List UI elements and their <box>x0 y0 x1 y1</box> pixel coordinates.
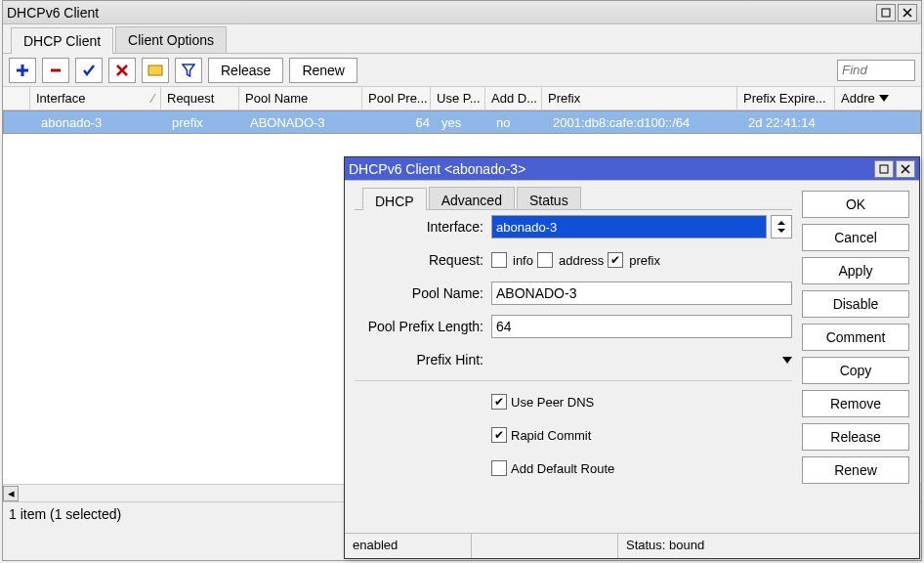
comment-button[interactable]: Comment <box>802 324 909 351</box>
rapid-commit-label: Rapid Commit <box>511 428 591 443</box>
minimize-button[interactable] <box>876 4 896 22</box>
remove-button[interactable]: Remove <box>802 390 909 417</box>
pool-name-label: Pool Name: <box>355 285 491 301</box>
detail-window: DHCPv6 Client <abonado-3> DHCP Advanced … <box>344 156 920 559</box>
rapid-commit-checkbox[interactable] <box>491 427 507 443</box>
detail-window-title: DHCPv6 Client <abonado-3> <box>349 161 872 177</box>
pool-name-input[interactable] <box>491 282 792 305</box>
prefix-hint-dropdown-icon[interactable] <box>782 357 792 364</box>
interface-label: Interface: <box>355 219 491 235</box>
cell: ABONADO-3 <box>244 113 367 132</box>
column-menu-icon[interactable] <box>879 95 889 102</box>
tab-dhcp[interactable]: DHCP <box>362 188 427 210</box>
column-header[interactable]: Pool Name <box>239 87 362 109</box>
info-checkbox[interactable] <box>491 252 507 268</box>
detail-statusbar: enabled Status: bound <box>345 533 919 558</box>
tab-status[interactable]: Status <box>517 187 581 209</box>
interface-dropdown-icon[interactable] <box>771 215 792 238</box>
cell: yes <box>436 113 490 132</box>
svg-rect-0 <box>882 9 890 17</box>
tab-advanced[interactable]: Advanced <box>429 187 515 209</box>
column-header[interactable]: Prefix <box>542 87 737 109</box>
cell: prefix <box>166 113 244 132</box>
find-input[interactable] <box>837 60 915 81</box>
sort-indicator-icon: ⁄ <box>152 91 154 106</box>
tab-dhcp-client[interactable]: DHCP Client <box>11 27 113 54</box>
prefix-hint-label: Prefix Hint: <box>355 352 491 368</box>
cancel-button[interactable]: Cancel <box>802 224 909 251</box>
column-header[interactable]: Addre <box>835 87 892 109</box>
table-row[interactable]: abonado-3prefixABONADO-364yesno2001:db8:… <box>3 110 921 134</box>
prefix-label: prefix <box>629 253 660 268</box>
release-button[interactable]: Release <box>208 58 283 83</box>
main-titlebar: DHCPv6 Client <box>3 1 921 24</box>
cell <box>840 120 897 124</box>
info-label: info <box>513 253 533 268</box>
detail-close-button[interactable] <box>896 160 915 178</box>
status-text: 1 item (1 selected) <box>9 506 121 522</box>
cell: no <box>490 113 547 132</box>
release-button[interactable]: Release <box>802 423 909 451</box>
copy-button[interactable]: Copy <box>802 357 909 384</box>
renew-button[interactable]: Renew <box>289 58 357 83</box>
remove-button[interactable] <box>42 58 69 83</box>
column-header[interactable]: Interface ⁄ <box>30 87 161 109</box>
add-button[interactable] <box>9 58 36 83</box>
close-button[interactable] <box>898 4 917 22</box>
prefix-checkbox[interactable] <box>608 252 623 268</box>
cell: 64 <box>367 113 436 132</box>
comment-button[interactable] <box>142 58 169 83</box>
cell: 2d 22:41:14 <box>742 113 840 132</box>
use-peer-dns-checkbox[interactable] <box>491 394 507 410</box>
enable-button[interactable] <box>75 58 103 83</box>
column-header[interactable]: Request <box>161 87 239 109</box>
detail-tabs: DHCP Advanced Status <box>355 181 792 210</box>
main-window-title: DHCPv6 Client <box>7 5 874 21</box>
toolbar: Release Renew <box>3 54 921 87</box>
address-label: address <box>559 253 604 268</box>
disable-button[interactable] <box>108 58 136 83</box>
filter-button[interactable] <box>175 58 202 83</box>
apply-button[interactable]: Apply <box>802 257 909 284</box>
add-default-route-label: Add Default Route <box>511 461 614 476</box>
status-mid <box>472 534 618 558</box>
grid-header: Interface ⁄RequestPool NamePool Pre...Us… <box>3 87 921 110</box>
scroll-left-icon[interactable]: ◂ <box>3 486 19 501</box>
form-panel: DHCP Advanced Status Interface: abonado-… <box>345 181 802 533</box>
col-handle <box>3 87 30 109</box>
column-header[interactable]: Prefix Expire... <box>737 87 835 109</box>
status-bound: Status: bound <box>618 534 919 558</box>
pool-prefix-len-label: Pool Prefix Length: <box>355 319 491 334</box>
detail-minimize-button[interactable] <box>874 160 894 178</box>
disable-button[interactable]: Disable <box>802 290 909 318</box>
interface-select[interactable]: abonado-3 <box>491 215 767 238</box>
use-peer-dns-label: Use Peer DNS <box>511 395 594 410</box>
ok-button[interactable]: OK <box>802 191 909 218</box>
add-default-route-checkbox[interactable] <box>491 460 507 476</box>
address-checkbox[interactable] <box>537 252 553 268</box>
main-tabs: DHCP Client Client Options <box>3 24 921 54</box>
prefix-hint-input[interactable] <box>491 348 778 371</box>
column-header[interactable]: Add D... <box>485 87 542 109</box>
cell: abonado-3 <box>35 113 166 132</box>
pool-prefix-len-input[interactable] <box>491 315 792 338</box>
side-buttons: OKCancelApplyDisableCommentCopyRemoveRel… <box>802 181 919 533</box>
detail-titlebar: DHCPv6 Client <abonado-3> <box>345 157 919 181</box>
status-enabled: enabled <box>345 534 472 558</box>
tab-client-options[interactable]: Client Options <box>115 26 227 53</box>
svg-rect-2 <box>880 165 888 173</box>
request-label: Request: <box>355 252 491 268</box>
divider <box>355 380 792 381</box>
renew-button[interactable]: Renew <box>802 456 909 484</box>
column-header[interactable]: Pool Pre... <box>362 87 431 109</box>
column-header[interactable]: Use P... <box>431 87 485 109</box>
cell: 2001:db8:cafe:d100::/64 <box>547 113 742 132</box>
svg-rect-1 <box>148 65 162 75</box>
